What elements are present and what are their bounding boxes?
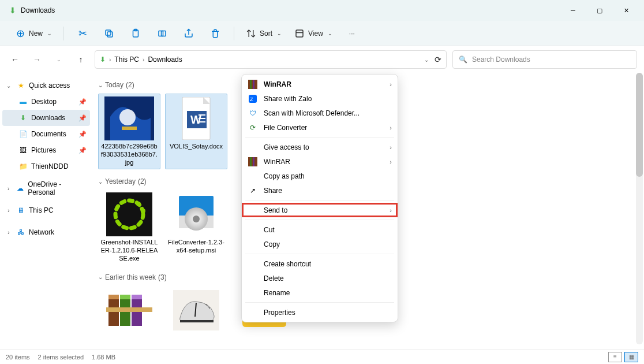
sidebar-network[interactable]: › 🖧 Network	[2, 224, 90, 240]
shoe-thumbnail	[173, 290, 219, 330]
sidebar-item-thiennddd[interactable]: 📁ThienNDDD	[2, 158, 90, 174]
cm-label: WinRAR	[264, 158, 290, 166]
sidebar-item-label: Network	[29, 228, 54, 236]
chevron-right-icon: ›	[5, 185, 12, 192]
search-input[interactable]: 🔍 Search Downloads	[452, 50, 637, 69]
cm-delete[interactable]: Delete	[242, 271, 398, 285]
status-size: 1.68 MB	[92, 354, 115, 361]
copy-icon	[104, 28, 114, 39]
minimize-button[interactable]: ─	[560, 0, 586, 21]
chevron-down-icon: ⌄	[328, 31, 332, 36]
file-name: 422358b7c299e68bf93033531eb368b7.jpg	[101, 143, 158, 166]
scroll-thumb[interactable]	[636, 73, 643, 177]
context-menu: WinRAR › Z Share with Zalo 🛡 Scan with M…	[241, 74, 398, 322]
window-controls: ─ ▢ ✕	[560, 0, 639, 21]
cm-label: Scan with Microsoft Defender...	[264, 109, 360, 117]
cut-button[interactable]: ✂	[71, 24, 94, 43]
cm-cut[interactable]: Cut	[242, 222, 398, 237]
scrollbar[interactable]	[636, 73, 643, 344]
svg-point-19	[136, 202, 141, 206]
up-button[interactable]: ↑	[73, 51, 89, 68]
download-icon: ⬇	[100, 55, 106, 64]
svg-rect-0	[107, 32, 113, 37]
separator	[245, 220, 394, 220]
view-details-button[interactable]: ≡	[608, 352, 622, 362]
view-thumbs-button[interactable]: ▦	[624, 352, 638, 362]
sidebar-item-pictures[interactable]: 🖼Pictures 📌	[2, 142, 90, 158]
back-button[interactable]: ←	[7, 51, 23, 68]
group-label: Yesterday	[105, 177, 136, 185]
desktop-icon: ▬	[18, 97, 28, 106]
cm-label: Delete	[264, 274, 284, 283]
sidebar-this-pc[interactable]: › 🖥 This PC	[2, 202, 90, 218]
share-icon: ↗	[248, 185, 258, 196]
file-item[interactable]: Greenshot-INSTALLER-1.2.10.6-RELEASE.exe	[98, 190, 160, 265]
cm-give-access[interactable]: Give access to ›	[242, 140, 398, 154]
view-button[interactable]: View ⌄	[290, 24, 337, 43]
greenshot-icon	[106, 192, 152, 236]
cm-copy-path[interactable]: Copy as path	[242, 169, 398, 183]
ellipsis-icon: ···	[349, 29, 355, 38]
sidebar-item-label: Pictures	[31, 146, 56, 154]
address-this-pc[interactable]: This PC	[114, 55, 139, 64]
cm-share[interactable]: ↗ Share	[242, 183, 398, 198]
cm-send-to[interactable]: Send to ›	[242, 203, 398, 217]
cm-label: Properties	[264, 309, 295, 317]
sidebar-quick-access[interactable]: ⌄ ★ Quick access	[2, 77, 90, 94]
close-button[interactable]: ✕	[613, 0, 639, 21]
recent-button[interactable]: ⌄	[51, 51, 67, 68]
svg-rect-35	[253, 80, 254, 89]
delete-button[interactable]	[204, 24, 227, 43]
pin-icon: 📌	[78, 147, 87, 154]
sort-button[interactable]: Sort ⌄	[241, 24, 286, 43]
refresh-button[interactable]: ⟳	[435, 55, 441, 64]
cm-file-converter[interactable]: ⟳ File Converter ›	[242, 120, 398, 135]
paste-button[interactable]	[124, 24, 147, 43]
copy-button[interactable]	[98, 24, 121, 43]
cm-properties[interactable]: Properties	[242, 305, 398, 320]
view-icon	[294, 28, 305, 39]
rename-button[interactable]	[151, 24, 174, 43]
file-item[interactable]: FileConverter-1.2.3-x64-setup.msi	[165, 190, 227, 265]
sidebar-item-documents[interactable]: 📄Documents 📌	[2, 126, 90, 142]
chevron-down-icon: ⌄	[98, 82, 103, 88]
more-button[interactable]: ···	[340, 24, 364, 43]
cm-share-zalo[interactable]: Z Share with Zalo	[242, 91, 398, 106]
sort-icon	[246, 28, 256, 39]
sidebar-onedrive[interactable]: › ☁ OneDrive - Personal	[2, 180, 90, 196]
maximize-button[interactable]: ▢	[586, 0, 613, 21]
cm-defender[interactable]: 🛡 Scan with Microsoft Defender...	[242, 106, 398, 120]
forward-button[interactable]: →	[29, 51, 45, 68]
svg-point-8	[119, 109, 136, 125]
file-item[interactable]	[165, 286, 227, 335]
chevron-right-icon: ›	[390, 158, 392, 165]
separator	[245, 200, 394, 200]
chevron-down-icon[interactable]: ⌄	[424, 57, 429, 63]
folder-icon: 📁	[18, 162, 28, 171]
file-item[interactable]	[98, 286, 160, 335]
file-item[interactable]: 422358b7c299e68bf93033531eb368b7.jpg	[98, 94, 160, 169]
cm-label: Send to	[264, 206, 287, 214]
cm-label: File Converter	[264, 124, 307, 132]
new-button[interactable]: ⊕ New ⌄	[10, 24, 57, 43]
separator	[245, 254, 394, 254]
sidebar-item-label: Documents	[31, 130, 66, 138]
sidebar-item-downloads[interactable]: ⬇Downloads 📌	[2, 110, 90, 126]
cm-winrar[interactable]: WinRAR ›	[242, 77, 398, 91]
scissors-icon: ✂	[77, 28, 88, 39]
address-bar[interactable]: ⬇ › This PC › Downloads ⌄ ⟳	[95, 50, 447, 69]
file-item[interactable]: W VOLIS_Sotay.docx	[165, 94, 227, 169]
cm-create-shortcut[interactable]: Create shortcut	[242, 257, 398, 271]
cm-copy[interactable]: Copy	[242, 237, 398, 251]
file-name: Greenshot-INSTALLER-1.2.10.6-RELEASE.exe	[100, 239, 158, 262]
address-downloads[interactable]: Downloads	[148, 55, 182, 64]
share-button[interactable]	[177, 24, 200, 43]
search-icon: 🔍	[459, 55, 467, 64]
cm-winrar2[interactable]: WinRAR ›	[242, 154, 398, 169]
file-name: VOLIS_Sotay.docx	[170, 143, 223, 151]
chevron-right-icon: ›	[390, 124, 392, 131]
cm-rename[interactable]: Rename	[242, 285, 398, 300]
group-label: Earlier this week	[105, 273, 156, 281]
sidebar-item-desktop[interactable]: ▬Desktop 📌	[2, 94, 90, 110]
svg-point-24	[193, 216, 200, 222]
